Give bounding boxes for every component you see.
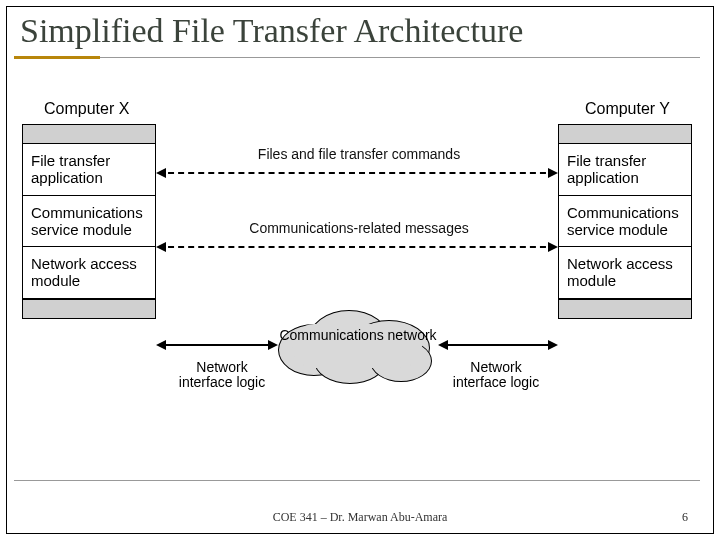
arrowhead-left-icon	[156, 242, 166, 252]
layer-net-access: Network access module	[23, 247, 155, 299]
layer-file-transfer: File transfer application	[23, 144, 155, 196]
stack-endcap	[23, 125, 155, 144]
network-cloud: Communications network	[278, 310, 438, 380]
architecture-diagram: Computer X Computer Y File transfer appl…	[14, 100, 700, 460]
stack-endcap	[23, 299, 155, 318]
arrowhead-right-icon	[548, 168, 558, 178]
host-left-label: Computer X	[44, 100, 129, 118]
arrowhead-left-icon	[156, 340, 166, 350]
layer-file-transfer: File transfer application	[559, 144, 691, 196]
stack-endcap	[559, 299, 691, 318]
footer-text: COE 341 – Dr. Marwan Abu-Amara	[0, 510, 720, 525]
stack-endcap	[559, 125, 691, 144]
arrow-right-cloud	[440, 344, 556, 346]
layer-net-access: Network access module	[559, 247, 691, 299]
slide-title: Simplified File Transfer Architecture	[20, 12, 523, 50]
arrowhead-right-icon	[548, 340, 558, 350]
footer-rule	[14, 480, 700, 481]
layer-comm-service: Communications service module	[559, 196, 691, 248]
msg-files-label: Files and file transfer commands	[224, 146, 494, 162]
stack-right: File transfer application Communications…	[558, 124, 692, 319]
title-rule	[100, 57, 700, 58]
msg-comm-label: Communications-related messages	[224, 220, 494, 236]
stack-left: File transfer application Communications…	[22, 124, 156, 319]
arrowhead-right-icon	[268, 340, 278, 350]
page-number: 6	[682, 510, 688, 525]
layer-comm-service: Communications service module	[23, 196, 155, 248]
host-right-label: Computer Y	[585, 100, 670, 118]
arrowhead-left-icon	[156, 168, 166, 178]
iface-right-label: Network interface logic	[446, 360, 546, 391]
arrow-comm	[158, 246, 556, 248]
iface-left-label: Network interface logic	[172, 360, 272, 391]
title-accent	[14, 56, 100, 59]
arrow-files	[158, 172, 556, 174]
arrowhead-left-icon	[438, 340, 448, 350]
cloud-label: Communications network	[278, 328, 438, 343]
arrowhead-right-icon	[548, 242, 558, 252]
arrow-left-cloud	[158, 344, 276, 346]
